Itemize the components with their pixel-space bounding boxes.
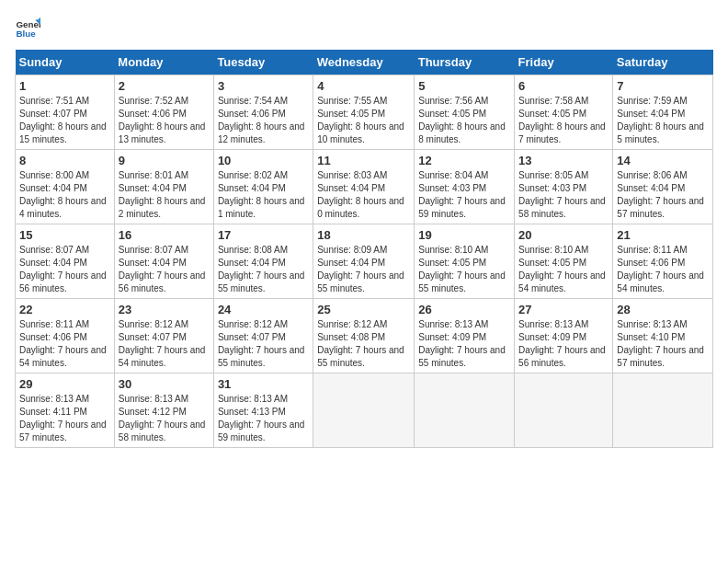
header-sunday: Sunday bbox=[16, 50, 115, 75]
page-container: General Blue SundayMondayTuesdayWednesda… bbox=[0, 0, 728, 457]
cell-info: Sunrise: 8:13 AMSunset: 4:09 PMDaylight:… bbox=[518, 319, 606, 368]
cell-info: Sunrise: 7:56 AMSunset: 4:05 PMDaylight:… bbox=[418, 96, 506, 144]
calendar-cell: 2 Sunrise: 7:52 AMSunset: 4:06 PMDayligh… bbox=[114, 75, 213, 150]
calendar-cell: 4 Sunrise: 7:55 AMSunset: 4:05 PMDayligh… bbox=[313, 75, 415, 150]
cell-info: Sunrise: 7:51 AMSunset: 4:07 PMDaylight:… bbox=[19, 96, 107, 144]
day-number: 21 bbox=[617, 228, 709, 242]
cell-info: Sunrise: 7:55 AMSunset: 4:05 PMDaylight:… bbox=[317, 96, 404, 144]
svg-text:Blue: Blue bbox=[16, 29, 36, 39]
calendar-cell: 9 Sunrise: 8:01 AMSunset: 4:04 PMDayligh… bbox=[114, 150, 213, 224]
calendar-cell: 22 Sunrise: 8:11 AMSunset: 4:06 PMDaylig… bbox=[16, 299, 115, 373]
cell-info: Sunrise: 8:13 AMSunset: 4:11 PMDaylight:… bbox=[19, 394, 107, 442]
day-number: 23 bbox=[119, 303, 210, 316]
cell-info: Sunrise: 8:06 AMSunset: 4:04 PMDaylight:… bbox=[617, 170, 704, 219]
cell-info: Sunrise: 8:11 AMSunset: 4:06 PMDaylight:… bbox=[617, 245, 704, 293]
day-number: 9 bbox=[119, 154, 210, 167]
calendar-cell: 18 Sunrise: 8:09 AMSunset: 4:04 PMDaylig… bbox=[313, 224, 415, 299]
cell-info: Sunrise: 8:13 AMSunset: 4:13 PMDaylight:… bbox=[218, 394, 305, 442]
calendar-cell: 26 Sunrise: 8:13 AMSunset: 4:09 PMDaylig… bbox=[415, 299, 515, 373]
week-row-1: 1 Sunrise: 7:51 AMSunset: 4:07 PMDayligh… bbox=[16, 75, 713, 150]
calendar-cell: 29 Sunrise: 8:13 AMSunset: 4:11 PMDaylig… bbox=[16, 373, 115, 448]
cell-info: Sunrise: 7:52 AMSunset: 4:06 PMDaylight:… bbox=[119, 96, 206, 144]
cell-info: Sunrise: 8:13 AMSunset: 4:10 PMDaylight:… bbox=[617, 319, 704, 368]
day-number: 30 bbox=[119, 377, 210, 391]
header-tuesday: Tuesday bbox=[213, 50, 313, 75]
day-number: 4 bbox=[317, 79, 410, 93]
calendar-cell: 16 Sunrise: 8:07 AMSunset: 4:04 PMDaylig… bbox=[114, 224, 213, 299]
day-number: 28 bbox=[617, 303, 709, 316]
day-number: 10 bbox=[218, 154, 309, 167]
week-row-3: 15 Sunrise: 8:07 AMSunset: 4:04 PMDaylig… bbox=[16, 224, 713, 299]
calendar-cell: 23 Sunrise: 8:12 AMSunset: 4:07 PMDaylig… bbox=[114, 299, 213, 373]
cell-info: Sunrise: 8:05 AMSunset: 4:03 PMDaylight:… bbox=[518, 170, 606, 219]
header-row: SundayMondayTuesdayWednesdayThursdayFrid… bbox=[16, 50, 713, 75]
day-number: 20 bbox=[518, 228, 609, 242]
cell-info: Sunrise: 8:04 AMSunset: 4:03 PMDaylight:… bbox=[418, 170, 506, 219]
calendar-cell bbox=[415, 373, 515, 448]
day-number: 17 bbox=[218, 228, 309, 242]
calendar-cell: 27 Sunrise: 8:13 AMSunset: 4:09 PMDaylig… bbox=[515, 299, 613, 373]
cell-info: Sunrise: 8:10 AMSunset: 4:05 PMDaylight:… bbox=[518, 245, 606, 293]
header-saturday: Saturday bbox=[613, 50, 713, 75]
calendar-cell: 30 Sunrise: 8:13 AMSunset: 4:12 PMDaylig… bbox=[114, 373, 213, 448]
day-number: 11 bbox=[317, 154, 410, 167]
week-row-2: 8 Sunrise: 8:00 AMSunset: 4:04 PMDayligh… bbox=[16, 150, 713, 224]
day-number: 13 bbox=[518, 154, 609, 167]
calendar-cell: 25 Sunrise: 8:12 AMSunset: 4:08 PMDaylig… bbox=[313, 299, 415, 373]
day-number: 18 bbox=[317, 228, 410, 242]
day-number: 16 bbox=[119, 228, 210, 242]
calendar-cell: 12 Sunrise: 8:04 AMSunset: 4:03 PMDaylig… bbox=[415, 150, 515, 224]
cell-info: Sunrise: 7:54 AMSunset: 4:06 PMDaylight:… bbox=[218, 96, 305, 144]
day-number: 8 bbox=[19, 154, 110, 167]
cell-info: Sunrise: 8:09 AMSunset: 4:04 PMDaylight:… bbox=[317, 245, 404, 293]
calendar-cell bbox=[313, 373, 415, 448]
cell-info: Sunrise: 8:12 AMSunset: 4:07 PMDaylight:… bbox=[119, 319, 206, 368]
calendar-cell: 10 Sunrise: 8:02 AMSunset: 4:04 PMDaylig… bbox=[213, 150, 313, 224]
day-number: 12 bbox=[418, 154, 510, 167]
week-row-4: 22 Sunrise: 8:11 AMSunset: 4:06 PMDaylig… bbox=[16, 299, 713, 373]
cell-info: Sunrise: 8:00 AMSunset: 4:04 PMDaylight:… bbox=[19, 170, 107, 219]
header-wednesday: Wednesday bbox=[313, 50, 415, 75]
header-thursday: Thursday bbox=[415, 50, 515, 75]
day-number: 6 bbox=[518, 79, 609, 93]
calendar-cell: 24 Sunrise: 8:12 AMSunset: 4:07 PMDaylig… bbox=[213, 299, 313, 373]
cell-info: Sunrise: 8:07 AMSunset: 4:04 PMDaylight:… bbox=[19, 245, 107, 293]
cell-info: Sunrise: 8:07 AMSunset: 4:04 PMDaylight:… bbox=[119, 245, 206, 293]
day-number: 24 bbox=[218, 303, 309, 316]
cell-info: Sunrise: 7:59 AMSunset: 4:04 PMDaylight:… bbox=[617, 96, 704, 144]
calendar-cell: 1 Sunrise: 7:51 AMSunset: 4:07 PMDayligh… bbox=[16, 75, 115, 150]
calendar-cell: 6 Sunrise: 7:58 AMSunset: 4:05 PMDayligh… bbox=[515, 75, 613, 150]
cell-info: Sunrise: 8:12 AMSunset: 4:07 PMDaylight:… bbox=[218, 319, 305, 368]
calendar-cell: 7 Sunrise: 7:59 AMSunset: 4:04 PMDayligh… bbox=[613, 75, 713, 150]
week-row-5: 29 Sunrise: 8:13 AMSunset: 4:11 PMDaylig… bbox=[16, 373, 713, 448]
day-number: 31 bbox=[218, 377, 309, 391]
calendar-cell: 14 Sunrise: 8:06 AMSunset: 4:04 PMDaylig… bbox=[613, 150, 713, 224]
cell-info: Sunrise: 8:08 AMSunset: 4:04 PMDaylight:… bbox=[218, 245, 305, 293]
calendar-cell: 31 Sunrise: 8:13 AMSunset: 4:13 PMDaylig… bbox=[213, 373, 313, 448]
calendar-cell: 3 Sunrise: 7:54 AMSunset: 4:06 PMDayligh… bbox=[213, 75, 313, 150]
day-number: 5 bbox=[418, 79, 510, 93]
calendar-cell bbox=[515, 373, 613, 448]
cell-info: Sunrise: 7:58 AMSunset: 4:05 PMDaylight:… bbox=[518, 96, 606, 144]
calendar-cell: 28 Sunrise: 8:13 AMSunset: 4:10 PMDaylig… bbox=[613, 299, 713, 373]
cell-info: Sunrise: 8:03 AMSunset: 4:04 PMDaylight:… bbox=[317, 170, 404, 219]
day-number: 26 bbox=[418, 303, 510, 316]
calendar-cell: 21 Sunrise: 8:11 AMSunset: 4:06 PMDaylig… bbox=[613, 224, 713, 299]
day-number: 15 bbox=[19, 228, 110, 242]
calendar-cell: 13 Sunrise: 8:05 AMSunset: 4:03 PMDaylig… bbox=[515, 150, 613, 224]
day-number: 1 bbox=[19, 79, 110, 93]
cell-info: Sunrise: 8:01 AMSunset: 4:04 PMDaylight:… bbox=[119, 170, 206, 219]
day-number: 14 bbox=[617, 154, 709, 167]
cell-info: Sunrise: 8:13 AMSunset: 4:09 PMDaylight:… bbox=[418, 319, 506, 368]
header-monday: Monday bbox=[114, 50, 213, 75]
day-number: 29 bbox=[19, 377, 110, 391]
day-number: 7 bbox=[617, 79, 709, 93]
header: General Blue bbox=[15, 15, 713, 40]
logo-icon: General Blue bbox=[15, 15, 40, 40]
cell-info: Sunrise: 8:13 AMSunset: 4:12 PMDaylight:… bbox=[119, 394, 206, 442]
day-number: 27 bbox=[518, 303, 609, 316]
calendar-cell: 5 Sunrise: 7:56 AMSunset: 4:05 PMDayligh… bbox=[415, 75, 515, 150]
calendar-cell: 11 Sunrise: 8:03 AMSunset: 4:04 PMDaylig… bbox=[313, 150, 415, 224]
day-number: 19 bbox=[418, 228, 510, 242]
day-number: 22 bbox=[19, 303, 110, 316]
